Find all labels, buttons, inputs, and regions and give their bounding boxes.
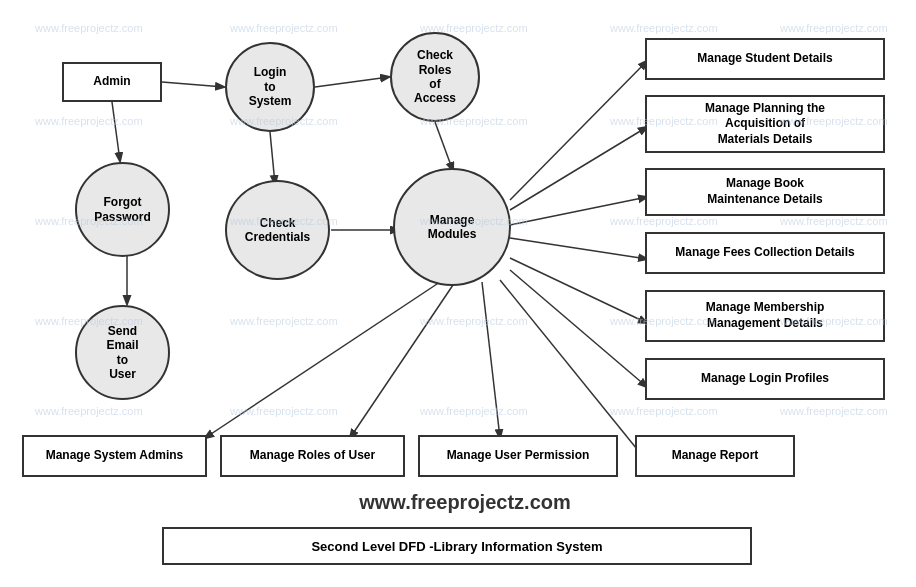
login-node: LogintoSystem bbox=[225, 42, 315, 132]
svg-line-9 bbox=[510, 197, 647, 225]
watermark: www.freeprojectz.com bbox=[230, 405, 338, 417]
watermark: www.freeprojectz.com bbox=[780, 215, 888, 227]
manage-login-node: Manage Login Profiles bbox=[645, 358, 885, 400]
manage-planning-node: Manage Planning theAcquisition ofMateria… bbox=[645, 95, 885, 153]
svg-line-3 bbox=[270, 132, 275, 184]
svg-line-12 bbox=[510, 270, 647, 387]
watermark: www.freeprojectz.com bbox=[420, 405, 528, 417]
svg-line-7 bbox=[510, 61, 647, 200]
svg-line-0 bbox=[162, 82, 224, 87]
watermark: www.freeprojectz.com bbox=[35, 405, 143, 417]
svg-line-2 bbox=[112, 102, 120, 161]
title-rect: Second Level DFD -Library Information Sy… bbox=[162, 527, 752, 565]
website-text: www.freeprojectz.com bbox=[305, 491, 625, 514]
watermark: www.freeprojectz.com bbox=[610, 215, 718, 227]
manage-membership-node: Manage MembershipManagement Details bbox=[645, 290, 885, 342]
manage-roles-node: Manage Roles of User bbox=[220, 435, 405, 477]
watermark: www.freeprojectz.com bbox=[230, 22, 338, 34]
send-email-node: SendEmailtoUser bbox=[75, 305, 170, 400]
manage-user-perm-node: Manage User Permission bbox=[418, 435, 618, 477]
svg-line-16 bbox=[500, 280, 645, 459]
svg-line-8 bbox=[510, 127, 647, 210]
svg-line-4 bbox=[435, 122, 453, 171]
watermark: www.freeprojectz.com bbox=[420, 315, 528, 327]
svg-line-15 bbox=[482, 282, 500, 438]
manage-student-node: Manage Student Details bbox=[645, 38, 885, 80]
svg-line-1 bbox=[315, 77, 389, 87]
svg-line-10 bbox=[510, 238, 647, 259]
svg-line-11 bbox=[510, 258, 647, 323]
manage-report-node: Manage Report bbox=[635, 435, 795, 477]
manage-sys-admins-node: Manage System Admins bbox=[22, 435, 207, 477]
diagram-container: Admin LogintoSystem CheckRolesofAccess F… bbox=[10, 10, 906, 577]
manage-book-node: Manage BookMaintenance Details bbox=[645, 168, 885, 216]
admin-node: Admin bbox=[62, 62, 162, 102]
watermark: www.freeprojectz.com bbox=[780, 22, 888, 34]
watermark: www.freeprojectz.com bbox=[35, 22, 143, 34]
watermark: www.freeprojectz.com bbox=[230, 315, 338, 327]
watermark: www.freeprojectz.com bbox=[35, 115, 143, 127]
svg-line-13 bbox=[205, 282, 440, 438]
watermark: www.freeprojectz.com bbox=[610, 405, 718, 417]
check-roles-node: CheckRolesofAccess bbox=[390, 32, 480, 122]
forgot-password-node: ForgotPassword bbox=[75, 162, 170, 257]
check-credentials-node: CheckCredentials bbox=[225, 180, 330, 280]
manage-fees-node: Manage Fees Collection Details bbox=[645, 232, 885, 274]
watermark: www.freeprojectz.com bbox=[780, 405, 888, 417]
watermark: www.freeprojectz.com bbox=[610, 22, 718, 34]
manage-modules-node: ManageModules bbox=[393, 168, 511, 286]
svg-line-14 bbox=[350, 282, 455, 438]
